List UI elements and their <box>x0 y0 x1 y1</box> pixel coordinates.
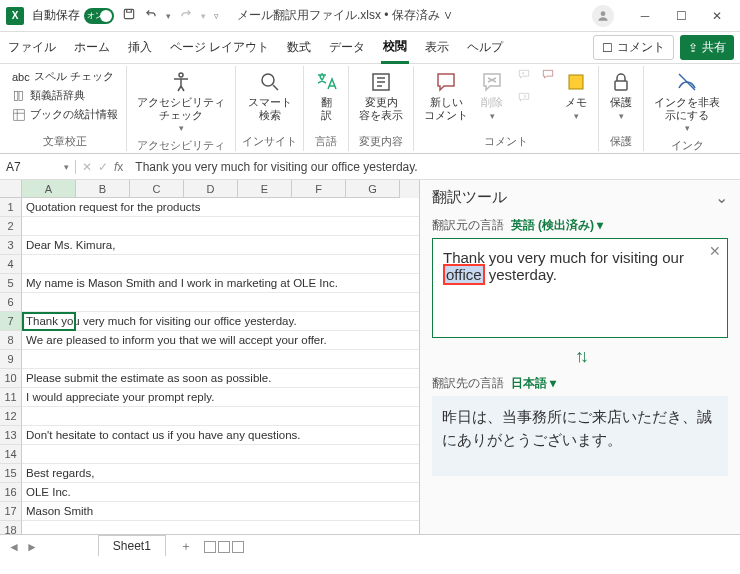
row-header[interactable]: 13 <box>0 426 22 445</box>
column-header[interactable]: B <box>76 180 130 198</box>
row-header[interactable]: 12 <box>0 407 22 426</box>
sheet-nav-next[interactable]: ► <box>26 540 38 554</box>
column-header[interactable]: F <box>292 180 346 198</box>
column-header[interactable]: A <box>22 180 76 198</box>
row-header[interactable]: 5 <box>0 274 22 293</box>
autosave-toggle[interactable]: 自動保存 オン <box>32 7 114 24</box>
row-header[interactable]: 17 <box>0 502 22 521</box>
row-header[interactable]: 18 <box>0 521 22 534</box>
table-row[interactable]: 2 <box>0 217 419 236</box>
formula-bar[interactable]: Thank you very much for visiting our off… <box>129 160 740 174</box>
name-box[interactable]: A7▾ <box>0 160 76 174</box>
worksheet[interactable]: ABCDEFG 1Quotation request for the produ… <box>0 180 420 534</box>
cell-content[interactable] <box>22 407 419 426</box>
new-comment-button[interactable]: 新しい コメント <box>420 68 472 123</box>
spellcheck-button[interactable]: abcスペル チェック <box>10 68 120 85</box>
cell-content[interactable]: Please submit the estimate as soon as po… <box>22 369 419 388</box>
tab-home[interactable]: ホーム <box>72 33 112 62</box>
sheet-tab-scroll[interactable] <box>204 541 244 553</box>
protect-button[interactable]: 保護▾ <box>605 68 637 123</box>
close-button[interactable]: ✕ <box>700 2 734 30</box>
table-row[interactable]: 13Don't hesitate to contact us if you ha… <box>0 426 419 445</box>
cell-content[interactable]: Dear Ms. Kimura, <box>22 236 419 255</box>
row-header[interactable]: 11 <box>0 388 22 407</box>
cell-content[interactable] <box>22 293 419 312</box>
to-language-row[interactable]: 翻訳先の言語 日本語 ▾ <box>432 375 728 392</box>
pane-collapse-icon[interactable]: ⌄ <box>715 188 728 207</box>
tab-data[interactable]: データ <box>327 33 367 62</box>
cell-content[interactable] <box>22 350 419 369</box>
toggle-switch[interactable]: オン <box>84 8 114 24</box>
table-row[interactable]: 12 <box>0 407 419 426</box>
select-all-corner[interactable] <box>0 180 22 198</box>
table-row[interactable]: 9 <box>0 350 419 369</box>
translate-button[interactable]: 翻 訳 <box>310 68 342 123</box>
smart-lookup-button[interactable]: スマート 検索 <box>244 68 296 123</box>
table-row[interactable]: 15Best regards, <box>0 464 419 483</box>
column-header[interactable]: G <box>346 180 400 198</box>
column-header[interactable]: C <box>130 180 184 198</box>
tab-pagelayout[interactable]: ページ レイアウト <box>168 33 271 62</box>
row-header[interactable]: 14 <box>0 445 22 464</box>
row-header[interactable]: 3 <box>0 236 22 255</box>
cell-content[interactable] <box>22 217 419 236</box>
share-button[interactable]: ⇪ 共有 <box>680 35 734 60</box>
table-row[interactable]: 3Dear Ms. Kimura, <box>0 236 419 255</box>
tab-view[interactable]: 表示 <box>423 33 451 62</box>
notes-button[interactable]: メモ▾ <box>560 68 592 123</box>
swap-languages-button[interactable]: ↑↓ <box>432 346 728 367</box>
from-language-row[interactable]: 翻訳元の言語 英語 (検出済み) ▾ <box>432 217 728 234</box>
row-header[interactable]: 16 <box>0 483 22 502</box>
source-text-box[interactable]: ✕ Thank you very much for visiting our o… <box>432 238 728 338</box>
cell-content[interactable] <box>22 445 419 464</box>
cell-content[interactable]: My name is Mason Smith and I work in mar… <box>22 274 419 293</box>
cancel-icon[interactable]: ✕ <box>82 160 92 174</box>
tab-help[interactable]: ヘルプ <box>465 33 505 62</box>
cell-content[interactable]: Thank you very much for visiting our off… <box>22 312 419 331</box>
table-row[interactable]: 8We are pleased to inform you that we wi… <box>0 331 419 350</box>
fx-icon[interactable]: fx <box>114 160 123 174</box>
qat-customize[interactable]: ▿ <box>214 11 219 21</box>
column-header[interactable]: E <box>238 180 292 198</box>
tab-insert[interactable]: 挿入 <box>126 33 154 62</box>
hide-ink-button[interactable]: インクを非表 示にする▾ <box>650 68 724 136</box>
cell-content[interactable]: Don't hesitate to contact us if you have… <box>22 426 419 445</box>
next-comment-icon[interactable] <box>516 91 532 108</box>
cell-content[interactable]: OLE Inc. <box>22 483 419 502</box>
save-icon[interactable] <box>122 7 136 24</box>
table-row[interactable]: 5My name is Mason Smith and I work in ma… <box>0 274 419 293</box>
prev-comment-icon[interactable] <box>516 68 532 85</box>
show-changes-button[interactable]: 変更内 容を表示 <box>355 68 407 123</box>
table-row[interactable]: 14 <box>0 445 419 464</box>
column-header[interactable]: D <box>184 180 238 198</box>
table-row[interactable]: 10Please submit the estimate as soon as … <box>0 369 419 388</box>
sheet-tab[interactable]: Sheet1 <box>98 535 166 556</box>
undo-dropdown[interactable]: ▾ <box>166 11 171 21</box>
table-row[interactable]: 11I would appreciate your prompt reply. <box>0 388 419 407</box>
row-header[interactable]: 8 <box>0 331 22 350</box>
tab-file[interactable]: ファイル <box>6 33 58 62</box>
undo-icon[interactable] <box>144 7 158 24</box>
redo-dropdown[interactable]: ▾ <box>201 11 206 21</box>
table-row[interactable]: 1Quotation request for the products <box>0 198 419 217</box>
delete-comment-button[interactable]: 削除▾ <box>476 68 508 123</box>
cell-content[interactable]: Best regards, <box>22 464 419 483</box>
row-header[interactable]: 4 <box>0 255 22 274</box>
show-comments-icon[interactable] <box>540 68 556 85</box>
maximize-button[interactable]: ☐ <box>664 2 698 30</box>
enter-icon[interactable]: ✓ <box>98 160 108 174</box>
table-row[interactable]: 16OLE Inc. <box>0 483 419 502</box>
table-row[interactable]: 17Mason Smith <box>0 502 419 521</box>
cell-content[interactable] <box>22 521 419 534</box>
row-header[interactable]: 1 <box>0 198 22 217</box>
table-row[interactable]: 6 <box>0 293 419 312</box>
cell-content[interactable]: Mason Smith <box>22 502 419 521</box>
row-header[interactable]: 9 <box>0 350 22 369</box>
clear-source-icon[interactable]: ✕ <box>709 243 721 259</box>
sheet-nav-prev[interactable]: ◄ <box>8 540 20 554</box>
table-row[interactable]: 18 <box>0 521 419 534</box>
tab-formulas[interactable]: 数式 <box>285 33 313 62</box>
tab-review[interactable]: 校閲 <box>381 32 409 64</box>
thesaurus-button[interactable]: 類義語辞典 <box>10 87 120 104</box>
minimize-button[interactable]: ─ <box>628 2 662 30</box>
